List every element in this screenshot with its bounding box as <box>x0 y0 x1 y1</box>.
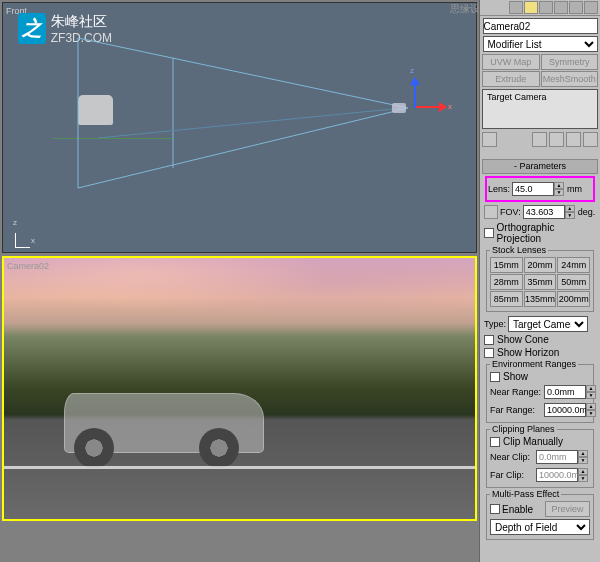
background-photo <box>4 258 475 519</box>
preset-15mm[interactable]: 15mm <box>490 257 523 273</box>
car-geometry-front <box>78 95 113 125</box>
viewport-label: Camera02 <box>7 261 49 271</box>
parameters-rollout: Lens: 45.0 ▲▼ mm FOV: 43.603 ▲▼ deg. Ort… <box>484 176 596 540</box>
car-wheel <box>74 428 114 468</box>
show-cone-label: Show Cone <box>497 334 549 345</box>
preset-200mm[interactable]: 200mm <box>557 291 590 307</box>
show-horizon-label: Show Horizon <box>497 347 559 358</box>
preset-20mm[interactable]: 20mm <box>524 257 557 273</box>
uvw-map-button[interactable]: UVW Map <box>482 54 540 70</box>
ortho-label: Orthographic Projection <box>497 222 596 244</box>
far-clip-spinner[interactable]: 10000.0m ▲▼ <box>536 468 588 482</box>
meshsmooth-button[interactable]: MeshSmooth <box>541 71 599 87</box>
motion-tab-icon[interactable] <box>554 1 568 14</box>
modifier-stack[interactable]: Target Camera <box>482 89 598 129</box>
show-cone-checkbox[interactable] <box>484 335 494 345</box>
extrude-button[interactable]: Extrude <box>482 71 540 87</box>
show-horizon-checkbox[interactable] <box>484 348 494 358</box>
preset-50mm[interactable]: 50mm <box>557 274 590 290</box>
stack-item[interactable]: Target Camera <box>483 90 597 104</box>
fov-spinner[interactable]: 43.603 ▲▼ <box>523 205 575 219</box>
command-panel: Modifier List UVW Map Symmetry Extrude M… <box>479 0 600 562</box>
watermark: 之 朱峰社区 ZF3D.COM <box>18 13 112 45</box>
camera-viewport[interactable]: Camera02 <box>2 256 477 521</box>
ortho-checkbox[interactable] <box>484 228 494 238</box>
clip-manual-checkbox[interactable] <box>490 437 500 447</box>
env-show-checkbox[interactable] <box>490 372 500 382</box>
front-viewport[interactable]: Front 之 朱峰社区 ZF3D.COM z x z <box>2 2 477 253</box>
stock-lenses-group: 15mm 20mm 24mm 28mm 35mm 50mm 85mm 135mm… <box>486 250 594 312</box>
car-wheel <box>199 428 239 468</box>
type-label: Type: <box>484 319 506 329</box>
lens-highlight: Lens: 45.0 ▲▼ mm <box>485 176 595 202</box>
safe-frame-line <box>4 466 475 469</box>
modify-tab-icon[interactable] <box>524 1 538 14</box>
fov-direction-icon[interactable] <box>484 205 498 219</box>
show-end-result-icon[interactable] <box>532 132 547 147</box>
pin-stack-icon[interactable] <box>482 132 497 147</box>
lens-label: Lens: <box>488 184 510 194</box>
modifier-list-dropdown[interactable]: Modifier List <box>483 36 598 52</box>
transform-gizmo[interactable]: z x <box>386 78 446 138</box>
lens-spinner[interactable]: 45.0 ▲▼ <box>512 182 564 196</box>
display-tab-icon[interactable] <box>569 1 583 14</box>
utilities-tab-icon[interactable] <box>584 1 598 14</box>
preset-24mm[interactable]: 24mm <box>557 257 590 273</box>
svg-line-1 <box>78 108 408 188</box>
svg-line-4 <box>98 108 403 138</box>
parameters-rollout-header[interactable]: Parameters <box>482 159 598 174</box>
preset-28mm[interactable]: 28mm <box>490 274 523 290</box>
axis-tripod: z x <box>15 228 35 248</box>
preset-35mm[interactable]: 35mm <box>524 274 557 290</box>
make-unique-icon[interactable] <box>549 132 564 147</box>
near-range-spinner[interactable]: 0.0mm ▲▼ <box>544 385 596 399</box>
multipass-effect-dropdown[interactable]: Depth of Field <box>490 519 590 535</box>
camera-type-dropdown[interactable]: Target Camera <box>508 316 588 332</box>
near-clip-spinner[interactable]: 0.0mm ▲▼ <box>536 450 588 464</box>
viewport-area: Front 之 朱峰社区 ZF3D.COM z x z <box>0 0 479 562</box>
ground-plane <box>53 138 173 139</box>
clipping-group: Clip Manually Near Clip: 0.0mm ▲▼ Far Cl… <box>486 429 594 488</box>
panel-tabs <box>480 0 600 16</box>
env-ranges-group: Show Near Range: 0.0mm ▲▼ Far Range: 100… <box>486 364 594 423</box>
far-range-spinner[interactable]: 10000.0m ▲▼ <box>544 403 596 417</box>
multipass-group: Enable Preview Depth of Field <box>486 494 594 540</box>
svg-line-0 <box>78 38 408 108</box>
symmetry-button[interactable]: Symmetry <box>541 54 599 70</box>
create-tab-icon[interactable] <box>509 1 523 14</box>
preset-135mm[interactable]: 135mm <box>524 291 557 307</box>
configure-sets-icon[interactable] <box>583 132 598 147</box>
remove-modifier-icon[interactable] <box>566 132 581 147</box>
preview-button[interactable]: Preview <box>545 501 590 517</box>
object-name-field[interactable] <box>483 18 598 34</box>
enable-multipass-checkbox[interactable] <box>490 504 500 514</box>
hierarchy-tab-icon[interactable] <box>539 1 553 14</box>
preset-85mm[interactable]: 85mm <box>490 291 523 307</box>
fov-label: FOV: <box>500 207 521 217</box>
